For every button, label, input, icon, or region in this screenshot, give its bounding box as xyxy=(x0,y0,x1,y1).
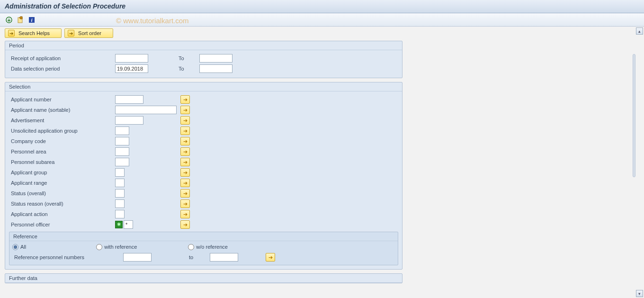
data-sel-from-input[interactable] xyxy=(115,64,148,73)
ref-personnel-row: Reference personnel numbers to ➔ xyxy=(9,253,398,265)
sort-order-label: Sort order xyxy=(78,30,101,36)
content-area: ➔ Search Helps ➔ Sort order Period Recei… xyxy=(0,27,644,298)
multiselect-button[interactable]: ➔ xyxy=(180,168,190,177)
search-helps-button[interactable]: ➔ Search Helps xyxy=(5,28,62,38)
reference-title: Reference xyxy=(9,232,398,241)
selection-row: Applicant number➔ xyxy=(9,94,398,105)
field-label: Personnel officer xyxy=(9,222,113,227)
multiselect-button[interactable]: ➔ xyxy=(180,210,190,218)
multiselect-button[interactable]: ➔ xyxy=(180,158,190,166)
field-label: Applicant group xyxy=(9,170,113,175)
radio-withref[interactable]: with reference xyxy=(96,244,137,250)
sash-handle[interactable] xyxy=(633,54,635,177)
selection-row: Company code➔ xyxy=(9,136,398,146)
help-button-row: ➔ Search Helps ➔ Sort order xyxy=(5,28,639,38)
field-label: Status (overall) xyxy=(9,190,113,196)
receipt-label: Receipt of application xyxy=(9,55,113,61)
arrow-right-icon: ➔ xyxy=(8,30,15,36)
multiselect-button[interactable]: ➔ xyxy=(266,253,275,262)
selection-row: Advertisement➔ xyxy=(9,115,398,126)
field-input[interactable] xyxy=(115,137,129,145)
field-label: Applicant number xyxy=(9,97,113,102)
data-selection-period-row: Data selection period To xyxy=(9,63,398,74)
multiselect-button[interactable]: ➔ xyxy=(180,199,190,208)
receipt-of-application-row: Receipt of application To xyxy=(9,53,398,63)
further-data-title: Further data xyxy=(5,274,402,283)
multiselect-button[interactable]: ➔ xyxy=(180,220,190,229)
field-label: Applicant action xyxy=(9,211,113,217)
field-label: Advertisement xyxy=(9,117,113,123)
get-variant-icon[interactable] xyxy=(16,16,25,24)
radio-all-input[interactable] xyxy=(12,244,18,250)
selection-row: Unsolicited application group➔ xyxy=(9,126,398,136)
field-label: Company code xyxy=(9,138,113,144)
multiselect-button[interactable]: ➔ xyxy=(180,147,190,156)
multiselect-button[interactable]: ➔ xyxy=(180,179,190,187)
selection-row: Applicant name (sortable)➔ xyxy=(9,105,398,115)
search-helps-label: Search Helps xyxy=(18,30,50,36)
receipt-from-input[interactable] xyxy=(115,54,148,63)
selection-row: Status (overall)➔ xyxy=(9,188,398,199)
ref-personnel-to-label: to xyxy=(189,254,208,260)
field-input[interactable] xyxy=(115,126,129,135)
period-group: Period Receipt of application To Data se… xyxy=(5,41,402,78)
selection-group-title: Selection xyxy=(5,82,402,91)
field-input[interactable] xyxy=(115,189,125,198)
arrow-right-icon: ➔ xyxy=(68,30,74,36)
field-input[interactable] xyxy=(115,210,125,218)
radio-withref-input[interactable] xyxy=(96,244,102,250)
toolbar: i xyxy=(0,13,644,27)
reference-subgroup: Reference All with reference w/o referen… xyxy=(9,232,398,265)
page-title: Administration of Selection Procedure xyxy=(5,2,125,10)
selection-row: Personnel area➔ xyxy=(9,146,398,157)
selection-group: Selection Applicant number➔Applicant nam… xyxy=(5,82,402,270)
scroll-down-button[interactable]: ▾ xyxy=(636,290,643,297)
field-label: Applicant name (sortable) xyxy=(9,107,113,113)
multiselect-button[interactable]: ➔ xyxy=(180,95,190,104)
multiselect-button[interactable]: ➔ xyxy=(180,106,190,114)
field-input[interactable] xyxy=(115,116,143,125)
scroll-up-button[interactable]: ▴ xyxy=(636,27,643,35)
ref-personnel-from-input[interactable] xyxy=(123,253,152,262)
page-title-bar: Administration of Selection Procedure xyxy=(0,0,644,13)
field-input[interactable] xyxy=(124,220,133,229)
field-input[interactable] xyxy=(115,95,143,104)
selection-row: Applicant group➔ xyxy=(9,167,398,178)
field-input[interactable] xyxy=(115,168,125,177)
field-input[interactable] xyxy=(115,158,129,166)
info-icon[interactable]: i xyxy=(27,16,36,24)
selection-row: Personnel officer✱➔ xyxy=(9,219,398,230)
field-input[interactable] xyxy=(115,199,125,208)
multiselect-button[interactable]: ➔ xyxy=(180,189,190,198)
receipt-to-label: To xyxy=(179,55,197,61)
radio-all[interactable]: All xyxy=(12,244,26,250)
multiselect-button[interactable]: ➔ xyxy=(180,137,190,145)
ref-personnel-to-input[interactable] xyxy=(210,253,238,262)
data-sel-to-label: To xyxy=(179,66,197,72)
execute-icon[interactable] xyxy=(5,16,13,24)
field-input[interactable] xyxy=(115,106,177,114)
multiselect-button[interactable]: ➔ xyxy=(180,126,190,135)
receipt-to-input[interactable] xyxy=(199,54,233,63)
multiselect-button[interactable]: ➔ xyxy=(180,116,190,125)
radio-woref-input[interactable] xyxy=(188,244,194,250)
field-input[interactable] xyxy=(115,147,129,156)
data-sel-label: Data selection period xyxy=(9,66,113,72)
further-data-group: Further data xyxy=(5,273,402,283)
field-label: Applicant range xyxy=(9,180,113,186)
field-label: Unsolicited application group xyxy=(9,128,113,134)
field-input[interactable] xyxy=(115,179,125,187)
field-label: Personnel area xyxy=(9,149,113,154)
field-label: Personnel subarea xyxy=(9,159,113,165)
radio-woref[interactable]: w/o reference xyxy=(188,244,228,250)
selection-row: Status reason (overall)➔ xyxy=(9,199,398,209)
data-sel-to-input[interactable] xyxy=(199,64,233,73)
select-option-icon[interactable]: ✱ xyxy=(115,221,123,228)
selection-row: Applicant action➔ xyxy=(9,209,398,219)
selection-row: Personnel subarea➔ xyxy=(9,157,398,167)
field-label: Status reason (overall) xyxy=(9,201,113,207)
period-group-title: Period xyxy=(5,41,402,50)
reference-radio-row: All with reference w/o reference xyxy=(9,241,398,253)
sort-order-button[interactable]: ➔ Sort order xyxy=(64,28,113,38)
selection-row: Applicant range➔ xyxy=(9,178,398,188)
